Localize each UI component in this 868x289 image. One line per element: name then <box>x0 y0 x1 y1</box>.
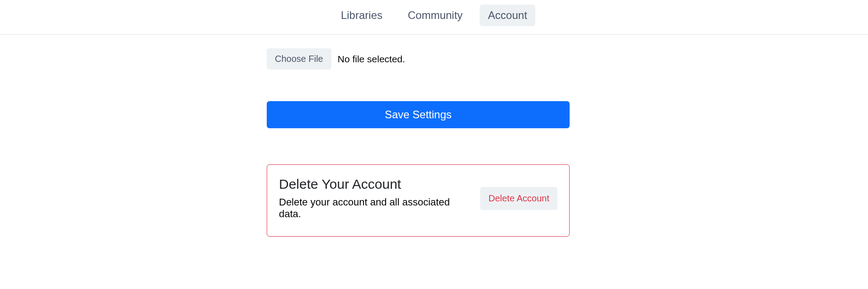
main-nav: Libraries Community Account <box>333 5 535 26</box>
tab-account[interactable]: Account <box>480 5 535 26</box>
save-settings-button[interactable]: Save Settings <box>267 101 570 128</box>
delete-account-text: Delete Your Account Delete your account … <box>279 177 471 220</box>
delete-account-card: Delete Your Account Delete your account … <box>267 164 570 237</box>
file-upload-row: Choose File No file selected. <box>267 48 570 70</box>
file-status-text: No file selected. <box>338 54 405 65</box>
header: Libraries Community Account <box>0 0 868 35</box>
choose-file-button[interactable]: Choose File <box>267 48 331 70</box>
main-content: Choose File No file selected. Save Setti… <box>267 35 570 237</box>
delete-account-button[interactable]: Delete Account <box>480 187 557 210</box>
tab-community[interactable]: Community <box>400 5 471 26</box>
delete-account-title: Delete Your Account <box>279 177 471 192</box>
delete-account-description: Delete your account and all associated d… <box>279 196 471 220</box>
tab-libraries[interactable]: Libraries <box>333 5 391 26</box>
